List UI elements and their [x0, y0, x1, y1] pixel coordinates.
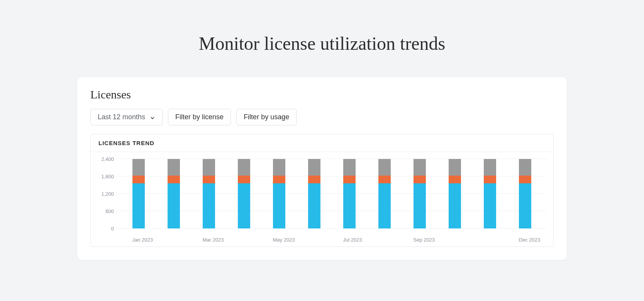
bar-segment-series-b: [238, 176, 250, 183]
y-axis: 06001,2001,8002,400: [94, 159, 117, 228]
chart-panel: LICENSES TREND 06001,2001,8002,400 Jan 2…: [90, 134, 554, 247]
bar-segment-series-b: [132, 176, 145, 183]
bar-column: [273, 159, 285, 228]
bar-segment-series-a: [238, 183, 250, 228]
bar-segment-series-c: [273, 159, 285, 176]
bar-segment-series-b: [168, 176, 180, 183]
bar-segment-series-a: [203, 183, 215, 228]
bar-column: [378, 159, 391, 228]
bar-segment-series-b: [203, 176, 215, 183]
x-tick-label: Sep 2023: [414, 237, 426, 243]
bar-column: [168, 159, 180, 228]
chevron-down-icon: [150, 115, 155, 120]
bar-segment-series-c: [203, 159, 215, 176]
x-tick-label: Dec 2023: [519, 237, 531, 243]
bar-column: [414, 159, 426, 228]
bar-column: [343, 159, 356, 228]
y-tick-label: 2,400: [101, 156, 114, 162]
y-tick-label: 600: [105, 208, 114, 214]
filter-usage-label: Filter by usage: [244, 113, 289, 121]
bar-segment-series-c: [378, 159, 391, 176]
card-title: Licenses: [90, 88, 554, 101]
x-tick-label: [378, 237, 391, 243]
bar-segment-series-a: [273, 183, 285, 228]
filter-license-label: Filter by license: [175, 113, 224, 121]
bar-segment-series-a: [484, 183, 496, 228]
y-tick-label: 1,800: [101, 174, 114, 179]
bar-segment-series-c: [132, 159, 145, 176]
bar-column: [484, 159, 496, 228]
bar-segment-series-b: [308, 176, 320, 183]
x-tick-label: Mar 2023: [203, 237, 215, 243]
bar-segment-series-b: [484, 176, 496, 183]
bar-segment-series-a: [519, 183, 531, 228]
date-range-label: Last 12 months: [98, 113, 145, 121]
y-tick-label: 0: [111, 226, 114, 232]
page-title: Monitor license utilization trends: [0, 0, 644, 54]
bar-segment-series-b: [378, 176, 391, 183]
x-tick-label: May 2023: [273, 237, 285, 243]
licenses-card: Licenses Last 12 months Filter by licens…: [77, 77, 567, 260]
bar-column: [203, 159, 215, 228]
bar-segment-series-b: [343, 176, 356, 183]
bar-column: [449, 159, 461, 228]
x-tick-label: Jul 2023: [343, 237, 356, 243]
bar-segment-series-a: [168, 183, 180, 228]
bar-segment-series-c: [519, 159, 531, 176]
chart-body: 06001,2001,8002,400 Jan 2023Mar 2023May …: [91, 152, 553, 247]
bar-segment-series-c: [238, 159, 250, 176]
bar-column: [308, 159, 320, 228]
x-axis: Jan 2023Mar 2023May 2023Jul 2023Sep 2023…: [117, 237, 546, 243]
bar-segment-series-a: [343, 183, 356, 228]
bar-segment-series-c: [414, 159, 426, 176]
x-tick-label: [484, 237, 496, 243]
x-tick-label: [449, 237, 461, 243]
date-range-dropdown[interactable]: Last 12 months: [90, 109, 163, 125]
filter-by-license-button[interactable]: Filter by license: [168, 109, 231, 125]
x-tick-label: Jan 2023: [132, 237, 145, 243]
bar-segment-series-c: [484, 159, 496, 176]
bar-segment-series-a: [449, 183, 461, 228]
y-tick-label: 1,200: [101, 191, 114, 197]
bar-column: [519, 159, 531, 228]
bar-segment-series-b: [273, 176, 285, 183]
plot-area: [117, 159, 546, 228]
bar-segment-series-c: [168, 159, 180, 176]
x-tick-label: [308, 237, 320, 243]
bars-container: [117, 159, 546, 228]
x-tick-label: [238, 237, 250, 243]
bar-segment-series-c: [449, 159, 461, 176]
filter-by-usage-button[interactable]: Filter by usage: [236, 109, 297, 125]
bar-segment-series-a: [378, 183, 391, 228]
chart-title: LICENSES TREND: [91, 134, 553, 152]
bar-segment-series-a: [308, 183, 320, 228]
bar-segment-series-c: [308, 159, 320, 176]
bar-segment-series-b: [449, 176, 461, 183]
bar-column: [238, 159, 250, 228]
bar-segment-series-a: [132, 183, 145, 228]
filter-bar: Last 12 months Filter by license Filter …: [90, 109, 554, 125]
bar-column: [132, 159, 145, 228]
x-tick-label: [168, 237, 180, 243]
bar-segment-series-c: [343, 159, 356, 176]
bar-segment-series-a: [414, 183, 426, 228]
bar-segment-series-b: [414, 176, 426, 183]
bar-segment-series-b: [519, 176, 531, 183]
